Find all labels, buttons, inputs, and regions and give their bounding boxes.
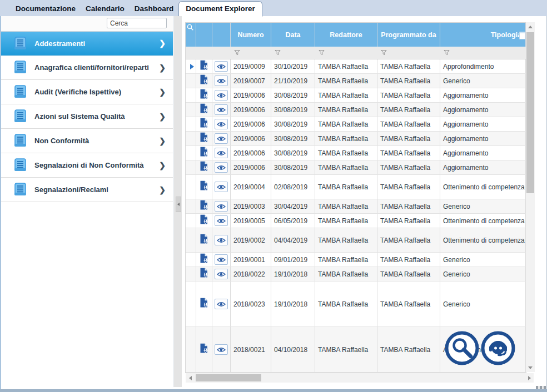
- filter-funnel-icon[interactable]: [381, 48, 387, 58]
- preview-eye-icon[interactable]: [215, 201, 228, 212]
- download-document-icon[interactable]: [200, 132, 208, 145]
- table-row[interactable]: 2019/000630/08/2019TAMBA RaffaellaTAMBA …: [186, 132, 526, 146]
- cell-data: 19/10/2018: [271, 267, 315, 281]
- download-document-icon[interactable]: [200, 60, 208, 73]
- vertical-scroll-thumb[interactable]: [526, 32, 534, 193]
- sidebar-item-audit-verifiche-ispettive[interactable]: Audit (Verifiche Ispettive)❯: [1, 80, 173, 104]
- search-panel-icon[interactable]: [187, 24, 194, 33]
- download-document-icon[interactable]: [200, 253, 208, 266]
- header-cell-numero[interactable]: Numero: [231, 23, 271, 47]
- preview-eye-icon[interactable]: [215, 299, 228, 309]
- table-row[interactable]: 2019/000630/08/2019TAMBA RaffaellaTAMBA …: [186, 103, 526, 117]
- grid-header: NumeroDataRedattoreProgrammato daTipolog…: [186, 23, 526, 47]
- download-document-icon[interactable]: [200, 200, 208, 213]
- table-row[interactable]: 2019/000506/05/2019TAMBA RaffaellaTAMBA …: [186, 214, 526, 228]
- download-document-cell: [196, 59, 212, 73]
- preview-eye-icon[interactable]: [215, 133, 228, 144]
- search-input[interactable]: [107, 18, 167, 28]
- table-row[interactable]: 2019/000630/08/2019TAMBA RaffaellaTAMBA …: [186, 117, 526, 132]
- support-fab[interactable]: [481, 331, 515, 365]
- scroll-down-button[interactable]: [526, 363, 535, 372]
- download-document-icon[interactable]: [200, 161, 208, 174]
- preview-eye-icon[interactable]: [215, 269, 228, 279]
- table-row[interactable]: 2019/000630/08/2019TAMBA RaffaellaTAMBA …: [186, 88, 526, 103]
- download-document-icon[interactable]: [200, 214, 208, 227]
- download-document-icon[interactable]: [200, 180, 208, 193]
- table-row[interactable]: 2019/000630/08/2019TAMBA RaffaellaTAMBA …: [186, 160, 526, 175]
- tab-calendario[interactable]: Calendario: [81, 2, 130, 16]
- cell-tipologia: Ottenimento di competenza: [440, 214, 526, 228]
- filter-cell-numero[interactable]: [231, 47, 271, 59]
- table-row[interactable]: 2018/002219/10/2018TAMBA RaffaellaTAMBA …: [186, 267, 526, 282]
- download-document-icon[interactable]: [200, 103, 208, 116]
- filter-funnel-icon[interactable]: [275, 48, 281, 58]
- download-document-icon[interactable]: [200, 234, 208, 247]
- tab-documentazione[interactable]: Documentazione: [11, 2, 81, 16]
- scroll-right-button[interactable]: [525, 373, 534, 383]
- filter-funnel-icon[interactable]: [234, 48, 240, 58]
- filter-funnel-icon[interactable]: [319, 48, 325, 58]
- table-row[interactable]: 2019/000204/04/2019TAMBA RaffaellaTAMBA …: [186, 228, 526, 253]
- preview-eye-icon[interactable]: [215, 344, 228, 355]
- sidebar-item-anagrafica-clienti-fornitori-reparti[interactable]: Anagrafica clienti/fornitori/reparti❯: [1, 56, 173, 80]
- table-row[interactable]: 2019/000330/04/2019TAMBA RaffaellaTAMBA …: [186, 199, 526, 214]
- filter-cell-redattore[interactable]: [315, 47, 377, 59]
- preview-eye-icon[interactable]: [215, 61, 228, 72]
- preview-cell: [212, 74, 231, 88]
- download-document-cell: [196, 253, 212, 267]
- table-row[interactable]: 2018/002319/10/2018TAMBA RaffaellaTAMBA …: [186, 282, 526, 327]
- tab-document-explorer[interactable]: Document Explorer: [178, 1, 262, 17]
- download-document-icon[interactable]: [200, 268, 208, 280]
- vertical-scrollbar[interactable]: [526, 22, 535, 372]
- preview-eye-icon[interactable]: [215, 215, 228, 226]
- table-row[interactable]: 2019/000402/08/2019TAMBA RaffaellaTAMBA …: [186, 175, 526, 199]
- header-cell-data[interactable]: Data: [271, 23, 315, 47]
- filter-funnel-icon[interactable]: [444, 48, 450, 58]
- cell-data: 30/08/2019: [271, 88, 315, 102]
- filter-cell-tipologia[interactable]: [440, 47, 526, 59]
- sidebar-item-segnalazioni-reclami[interactable]: Segnalazioni/Reclami❯: [1, 178, 173, 202]
- header-cell-redattore[interactable]: Redattore: [315, 23, 377, 47]
- sidebar-item-azioni-sul-sistema-qualit[interactable]: Azioni sul Sistema Qualità❯: [1, 104, 173, 129]
- table-row[interactable]: 2019/000109/01/2019TAMBA RaffaellaTAMBA …: [186, 253, 526, 267]
- preview-eye-icon[interactable]: [215, 235, 228, 245]
- preview-eye-icon[interactable]: [215, 182, 228, 192]
- table-row[interactable]: 2019/000721/10/2019TAMBA RaffaellaTAMBA …: [186, 74, 526, 88]
- sidebar-item-addestramenti[interactable]: Addestramenti❯: [1, 31, 173, 56]
- download-document-icon[interactable]: [200, 147, 208, 159]
- download-document-icon[interactable]: [200, 89, 208, 102]
- tab-dashboard[interactable]: Dashboard: [130, 2, 179, 16]
- zoom-search-fab[interactable]: [445, 331, 479, 365]
- table-row[interactable]: 2019/000930/10/2019TAMBA RaffaellaTAMBA …: [186, 59, 526, 74]
- download-document-icon[interactable]: [200, 118, 208, 130]
- cell-redattore: TAMBA Raffaella: [315, 132, 377, 145]
- header-cell-programmato-da[interactable]: Programmato da: [377, 23, 440, 47]
- chevron-right-icon: ❯: [159, 112, 166, 121]
- sidebar-item-segnalazioni-di-non-conformit[interactable]: Segnalazioni di Non Conformità❯: [1, 153, 173, 178]
- scroll-left-button[interactable]: [186, 373, 195, 383]
- download-document-icon[interactable]: [200, 298, 208, 310]
- filter-cell-programmato-da[interactable]: [377, 47, 440, 59]
- preview-eye-icon[interactable]: [215, 104, 228, 115]
- download-document-icon[interactable]: [200, 74, 208, 87]
- horizontal-scroll-thumb[interactable]: [196, 374, 261, 381]
- preview-eye-icon[interactable]: [215, 76, 228, 86]
- header-cell-tipologia[interactable]: Tipologia: [440, 23, 526, 47]
- preview-cell: [212, 117, 231, 131]
- horizontal-scrollbar[interactable]: [186, 373, 534, 383]
- filter-cell-data[interactable]: [271, 47, 315, 59]
- preview-eye-icon[interactable]: [215, 90, 228, 100]
- splitter[interactable]: [174, 16, 182, 387]
- preview-eye-icon[interactable]: [215, 254, 228, 265]
- preview-cell: [212, 160, 231, 174]
- preview-eye-icon[interactable]: [215, 162, 228, 173]
- download-document-icon[interactable]: [200, 343, 208, 356]
- splitter-collapse-handle[interactable]: [176, 197, 181, 212]
- scroll-up-button[interactable]: [526, 22, 535, 31]
- table-row[interactable]: 2019/000630/08/2019TAMBA RaffaellaTAMBA …: [186, 146, 526, 160]
- sidebar-item-non-conformit[interactable]: Non Conformità❯: [1, 129, 173, 153]
- preview-eye-icon[interactable]: [215, 148, 228, 158]
- preview-cell: [212, 103, 231, 117]
- preview-eye-icon[interactable]: [215, 119, 228, 129]
- resize-grip[interactable]: [536, 386, 546, 389]
